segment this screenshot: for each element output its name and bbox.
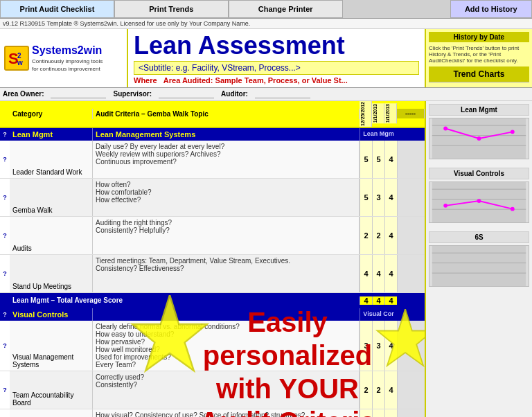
top-nav: Print Audit Checklist Print Trends Chang… — [0, 0, 532, 19]
cell-score-3: 5 — [384, 409, 397, 417]
svg-text:w: w — [17, 59, 23, 66]
visual-controls-mini-chart — [429, 181, 529, 223]
logo-text: Systems2win — [32, 44, 103, 57]
criteria-header: Audit Criteria – Gemba Walk Topic — [93, 109, 360, 119]
title-area: Lean Assessment <Subtitle: e.g. Facility… — [128, 29, 425, 87]
logo-icon: S 2 w — [4, 46, 29, 71]
cell-score-3: 4 — [384, 255, 397, 292]
6s-mini-chart — [429, 245, 529, 287]
cell-score-2 — [372, 409, 384, 417]
section-header-visual: ? Visual Controls Visual Cor — [0, 308, 425, 321]
date-col-2: 1/1/2013 — [372, 103, 384, 123]
6s-chart-title: 6S — [429, 231, 529, 243]
svg-rect-23 — [432, 263, 526, 263]
svg-rect-24 — [432, 252, 526, 253]
cell-cat: Stand Up Meetings — [10, 255, 93, 292]
cell-score-main — [397, 255, 425, 292]
6s-chart-section: 6S — [426, 229, 532, 290]
lean-mgmt-chart-section: Lean Mgmt — [426, 101, 532, 162]
history-note: Click the 'Print Trends' button to print… — [429, 45, 529, 64]
date-history-panel: History by Date Click the 'Print Trends'… — [425, 29, 532, 87]
table-area: Category Audit Criteria – Gemba Walk Top… — [0, 101, 425, 417]
cell-cat: Gemba Walk — [10, 179, 93, 216]
cell-score-1: 4 — [360, 255, 372, 292]
header-section: S 2 w Systems2win Continuously improving… — [0, 29, 532, 88]
cell-score-1: 5 — [360, 141, 372, 178]
cell-score-main — [397, 141, 425, 178]
table-row: ? Team Accountability Board Correctly us… — [0, 371, 425, 409]
svg-point-20 — [511, 206, 515, 211]
subtitle-row[interactable]: <Subtitle: e.g. Facility, VStream, Proce… — [134, 61, 419, 75]
sh-title-lean: Lean Management Systems — [93, 128, 360, 141]
cell-cat: Audits — [10, 217, 93, 254]
q-mark-visual[interactable]: ? — [0, 308, 10, 321]
total-score-1: 4 — [360, 296, 372, 305]
add-history-button[interactable]: Add to History — [450, 0, 532, 18]
q-mark-row[interactable]: ? — [0, 321, 10, 371]
main-title: Lean Assessment — [134, 32, 419, 60]
cell-criteria: Tiered meetings: Team, Department, Value… — [93, 255, 360, 292]
history-by-date-label: History by Date — [429, 32, 529, 42]
change-printer-button[interactable]: Change Printer — [229, 0, 343, 18]
section-lean-mgmt: ? Lean Mgmt Lean Management Systems Lean… — [0, 128, 425, 308]
date-col-3: 1/1/2013 — [384, 103, 397, 123]
table-row: ? Task Assignment Board How visual? Cons… — [0, 409, 425, 417]
logo-area: S 2 w Systems2win Continuously improving… — [0, 29, 128, 87]
svg-rect-17 — [432, 188, 526, 189]
supervisor-label: Supervisor: — [113, 90, 152, 98]
q-mark-row[interactable]: ? — [0, 141, 10, 178]
cell-score-main — [397, 179, 425, 216]
sh-cat-visual: Visual Controls — [10, 308, 93, 321]
cell-cat: Visual Management Systems — [10, 321, 93, 371]
cell-score-2: 3 — [372, 179, 384, 216]
sh-cat-lean: Lean Mgmt — [10, 128, 93, 141]
print-trends-button[interactable]: Print Trends — [114, 0, 229, 18]
where-label: Where — [134, 76, 157, 85]
cell-score-3: 4 — [384, 371, 397, 409]
cell-score-main — [397, 321, 425, 371]
total-row-lean: Lean Mgmt – Total Average Score 4 4 4 — [0, 293, 425, 308]
cell-score-3: 4 — [384, 141, 397, 178]
print-audit-button[interactable]: Print Audit Checklist — [0, 0, 114, 18]
cell-score-1: 5 — [360, 179, 372, 216]
section-visual-controls: ? Visual Controls Visual Cor ? Visual Ma… — [0, 308, 425, 417]
cell-score-1: 3 — [360, 409, 372, 417]
license-bar: v9.12 R130915 Template ® Systems2win. Li… — [0, 19, 532, 29]
cat-header: Category — [10, 109, 93, 119]
content-area: Category Audit Criteria – Gemba Walk Top… — [0, 101, 532, 417]
cell-score-2: 5 — [372, 141, 384, 178]
q-mark-row[interactable]: ? — [0, 179, 10, 216]
cell-score-3: 4 — [384, 179, 397, 216]
svg-point-12 — [477, 136, 481, 141]
table-row: ? Gemba Walk How often?How comfortable?H… — [0, 179, 425, 217]
q-mark-row[interactable]: ? — [0, 217, 10, 254]
visual-controls-chart-section: Visual Controls — [426, 165, 532, 226]
auditor-value[interactable] — [255, 90, 310, 98]
lean-mgmt-chart-title: Lean Mgmt — [429, 104, 529, 116]
lean-mgmt-mini-chart — [429, 118, 529, 159]
cell-score-main — [397, 409, 425, 417]
cell-score-2: 3 — [372, 321, 384, 371]
q-mark-row[interactable]: ? — [0, 371, 10, 409]
area-owner-value[interactable] — [51, 90, 106, 98]
table-row: ? Audits Auditing the right things?Consi… — [0, 217, 425, 255]
side-panel: Lean Mgmt Visual Controls — [425, 101, 532, 417]
cell-criteria: Auditing the right things?Consistently? … — [93, 217, 360, 254]
q-mark-row[interactable]: ? — [0, 255, 10, 292]
area-owner-label: Area Owner: — [3, 90, 44, 98]
logo-sub1: Continuously improving tools — [32, 58, 103, 64]
cell-cat: Task Assignment Board — [10, 409, 93, 417]
total-label: Lean Mgmt – Total Average Score — [10, 294, 360, 306]
cell-criteria: Clearly define normal vs. abnormal condi… — [93, 321, 360, 371]
cell-score-main — [397, 371, 425, 409]
table-row: ? Leader Standard Work Daily use? By eve… — [0, 141, 425, 179]
visual-controls-chart-title: Visual Controls — [429, 168, 529, 179]
q-mark-row[interactable]: ? — [0, 409, 10, 417]
cell-score-2: 4 — [372, 255, 384, 292]
q-mark-lean[interactable]: ? — [0, 128, 10, 141]
supervisor-value[interactable] — [159, 90, 214, 98]
total-score-2: 4 — [372, 296, 384, 305]
svg-point-11 — [443, 126, 447, 130]
cell-score-main — [397, 217, 425, 254]
svg-rect-22 — [432, 272, 526, 273]
